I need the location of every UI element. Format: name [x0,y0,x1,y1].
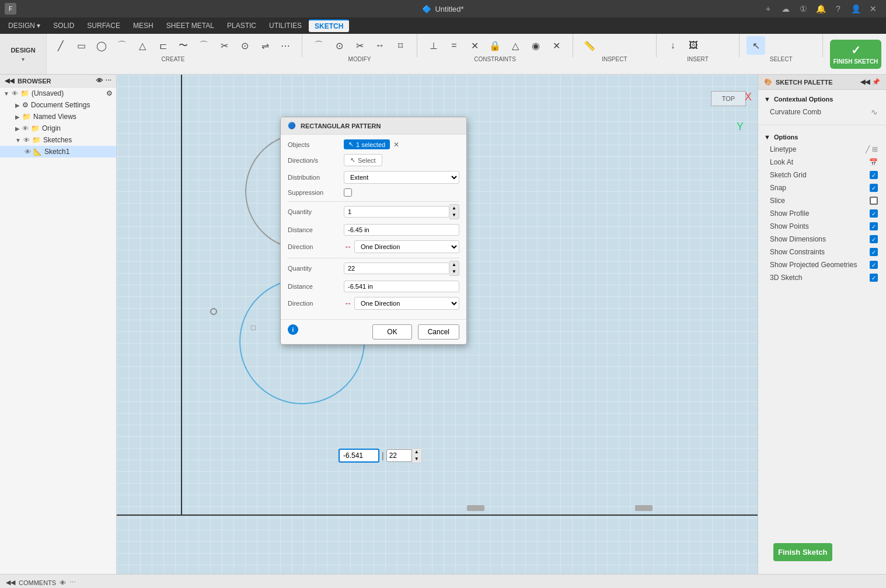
constrain3[interactable]: ✕ [465,36,484,55]
browser-item-origin[interactable]: ▶ 👁 📁 Origin [0,123,116,134]
more-create[interactable]: ⋯ [276,36,295,55]
ok-button[interactable]: OK [372,324,411,340]
menu-surface[interactable]: SURFACE [81,20,126,32]
trim-tool[interactable]: ✂ [215,36,233,55]
menu-utilities[interactable]: UTILITIES [263,20,308,32]
linetype-icon1[interactable]: ╱ [866,145,870,153]
info-icon[interactable]: i [288,324,298,335]
cloud-button[interactable]: ☁ [777,1,794,17]
line-tool[interactable]: ╱ [51,36,70,55]
browser-item-docsettings[interactable]: ▶ ⚙ Document Settings [0,99,116,111]
mirror-tool[interactable]: ⇌ [256,36,274,55]
slot-tool[interactable]: ⊏ [154,36,172,55]
quantity-up[interactable]: ▲ [412,449,421,456]
quantity1-input[interactable] [344,206,449,218]
circle-tool[interactable]: ◯ [92,36,111,55]
notifications-button[interactable]: 🔔 [812,1,829,17]
constrain2[interactable]: = [445,36,463,55]
browser-item-sketch1[interactable]: 👁 📐 Sketch1 [0,146,116,158]
menu-sheet-metal[interactable]: SHEET METAL [161,20,220,32]
arc-tool[interactable]: ⌒ [113,36,131,55]
menu-design[interactable]: DESIGN ▾ [2,20,46,32]
extend-modify[interactable]: ↔ [371,36,389,55]
online-indicator[interactable]: ① [795,1,811,17]
comments-eye-icon[interactable]: 👁 [60,579,66,586]
fillet-modify[interactable]: ⌒ [309,36,328,55]
trim-modify[interactable]: ✂ [350,36,369,55]
quantity-input[interactable] [386,449,412,462]
objects-clear-icon[interactable]: ✕ [393,141,399,149]
distance1-input[interactable] [344,224,459,236]
show-profile-checkbox[interactable]: ✓ [870,209,878,218]
show-dimensions-checkbox[interactable]: ✓ [870,235,878,243]
inspect-measure[interactable]: 📏 [580,36,599,55]
direction1-select[interactable]: One Direction Symmetric [354,240,459,253]
settings-icon[interactable]: ⚙ [106,89,113,97]
browser-collapse-icon[interactable]: ◀◀ [5,77,14,85]
constrain1[interactable]: ⊥ [424,36,443,55]
quantity1-up[interactable]: ▲ [449,205,459,212]
browser-eye-icon[interactable]: 👁 [96,77,103,85]
cube-top-face[interactable]: TOP [711,91,746,106]
help-button[interactable]: ? [830,1,846,17]
constrain7[interactable]: ✕ [547,36,566,55]
select-tool[interactable]: ↖ [747,36,765,55]
menu-plastic[interactable]: PLASTIC [221,20,262,32]
insert-tool[interactable]: ↓ [664,36,682,55]
sketch-grid-checkbox[interactable]: ✓ [870,171,878,179]
browser-item-unsaved[interactable]: ▼ 👁 📁 (Unsaved) ⚙ [0,88,116,99]
quantity2-input[interactable] [344,262,449,274]
directions-select-btn[interactable]: ↖ Select [344,154,382,166]
options-header[interactable]: ▼ Options [758,131,886,143]
constrain5[interactable]: △ [506,36,525,55]
distribution-select[interactable]: Extent Spacing [344,171,459,184]
insert-image[interactable]: 🖼 [684,36,703,55]
profile-button[interactable]: 👤 [847,1,864,17]
palette-collapse-left[interactable]: ◀◀ [860,78,870,86]
cancel-button[interactable]: Cancel [418,324,459,340]
curvature-comb-icon[interactable]: ∿ [871,107,878,117]
slice-checkbox[interactable] [870,197,878,205]
show-constraints-checkbox[interactable]: ✓ [870,248,878,256]
palette-pin-icon[interactable]: 📌 [872,78,880,86]
browser-item-sketches[interactable]: ▼ 👁 📁 Sketches [0,134,116,146]
show-points-checkbox[interactable]: ✓ [870,222,878,230]
distance-input[interactable] [339,449,379,463]
show-projected-checkbox[interactable]: ✓ [870,261,878,269]
break-modify[interactable]: ⌑ [391,36,410,55]
visibility-icon-sketch1[interactable]: 👁 [25,148,31,155]
direction2-select[interactable]: One Direction Symmetric [354,297,459,310]
browser-options-icon[interactable]: ⋯ [105,77,111,85]
linetype-icon2[interactable]: ⊞ [872,145,878,153]
quantity-down[interactable]: ▼ [412,456,421,463]
quantity2-up[interactable]: ▲ [449,261,459,268]
rectangle-tool[interactable]: ▭ [72,36,90,55]
menu-solid[interactable]: SOLID [47,20,80,32]
objects-selected-badge[interactable]: ↖ 1 selected [344,139,390,149]
offset-modify[interactable]: ⊙ [330,36,348,55]
look-at-icon[interactable]: 📅 [869,158,878,166]
visibility-icon-sketches[interactable]: 👁 [23,136,30,144]
design-button[interactable]: DESIGN ▾ [0,34,47,74]
close-button[interactable]: ✕ [865,1,881,17]
distance2-input[interactable] [344,281,459,292]
snap-checkbox[interactable]: ✓ [870,184,878,192]
quantity2-down[interactable]: ▼ [449,268,459,275]
3d-sketch-checkbox[interactable]: ✓ [870,274,878,282]
browser-item-namedviews[interactable]: ▶ 📁 Named Views [0,111,116,123]
finish-sketch-palette-button[interactable]: Finish Sketch [773,543,832,561]
comments-collapse-icon[interactable]: ◀◀ [6,579,15,586]
quantity1-down[interactable]: ▼ [449,212,459,219]
polygon-tool[interactable]: △ [133,36,152,55]
menu-sketch[interactable]: SKETCH [309,19,349,32]
visibility-icon[interactable]: 👁 [12,90,18,97]
menu-mesh[interactable]: MESH [127,20,159,32]
suppression-checkbox[interactable] [344,188,352,197]
visibility-icon-origin[interactable]: 👁 [22,125,29,132]
add-tab-button[interactable]: + [760,1,776,17]
offset-tool[interactable]: ⊙ [235,36,254,55]
comments-options-icon[interactable]: ⋯ [69,579,76,586]
finish-sketch-button[interactable]: ✓ FINISH SKETCH [830,40,881,69]
contextual-options-header[interactable]: ▼ Contextual Options [758,93,886,105]
constrain4[interactable]: 🔒 [486,36,504,55]
